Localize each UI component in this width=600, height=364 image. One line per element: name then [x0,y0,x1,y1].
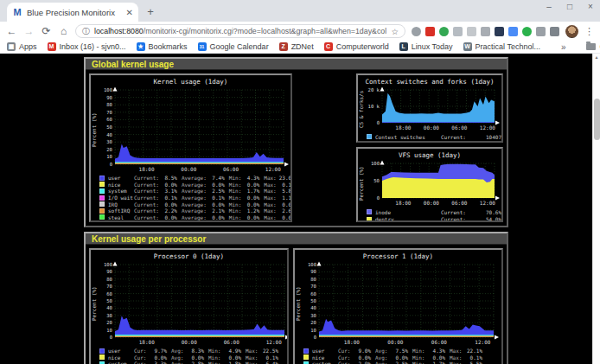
legend-color-swatch [99,182,105,187]
svg-text:70: 70 [106,110,112,115]
bookmark-computerworld[interactable]: CComputerworld [324,42,389,51]
svg-text:06:00: 06:00 [223,166,239,172]
status-dot-icon[interactable] [522,27,532,36]
legend-row: IRQCurrent:0.0%Average:0.0%Min:0.0%Max:0… [99,201,290,208]
graph-title: Processor 1 (1day) [295,250,501,261]
reload-icon[interactable]: ⟳ [41,25,52,37]
svg-text:12:00: 12:00 [480,125,495,131]
chat-icon[interactable] [508,27,518,36]
graph-legend: userCur:9.7%Avg:8.3%Min:4.9%Max:22.5%nic… [91,346,287,364]
y-axis-label: Percent (%) [295,261,303,346]
home-icon[interactable]: ⌂ [58,25,69,37]
svg-text:06:00: 06:00 [431,339,447,345]
close-button[interactable]: × [586,2,595,11]
cast-icon[interactable] [481,27,490,36]
bookmark-practical-technol-[interactable]: WPractical Technol... [463,42,540,51]
svg-text:100: 100 [104,262,112,267]
minimize-button[interactable]: – [545,2,553,11]
svg-text:70: 70 [310,284,316,289]
svg-text:50: 50 [106,125,112,130]
y-axis-label: CS & forks/s [358,86,366,131]
svg-text:40: 40 [310,305,316,310]
legend-color-swatch [303,348,309,354]
svg-text:00:00: 00:00 [181,166,196,172]
section-global-kernel-usage: Global kernel usage Kernel usage (1day)P… [84,57,508,227]
scroll-up-icon[interactable]: ▲ [593,54,600,61]
legend-row: userCur:9.7%Avg:8.3%Min:4.9%Max:22.5% [99,348,287,354]
svg-text:18:00: 18:00 [395,125,411,131]
bookmark-inbox-16-sjvn0-[interactable]: MInbox (16) - sjvn0... [48,42,126,51]
legend-row: ForksCurrent:4 [367,141,501,143]
bookmarks-bar: » Other bookmarks ▦AppsMInbox (16) - sjv… [0,41,600,54]
forward-icon[interactable]: → [23,25,35,37]
bookmark-google-calendar[interactable]: 31Google Calendar [198,42,269,51]
copy-pages-icon[interactable] [453,27,463,36]
bookmarks-overflow-chevron[interactable]: » [561,42,566,52]
plot-area: 05010018:0000:0006:0012:00 [366,160,501,207]
scrollbar-thumb[interactable] [594,99,600,140]
bookmark-bookmarks[interactable]: ★Bookmarks [137,42,188,51]
back-icon[interactable]: ← [6,25,17,37]
mail-checker-icon[interactable] [425,27,435,36]
profile-avatar[interactable] [565,25,578,38]
page-info-icon[interactable]: ⓘ [82,26,90,37]
graph-legend: inodeCurrent:70.6%dentryCurrent:54.0%fil… [358,207,501,222]
tab-close-icon[interactable]: ✕ [126,8,133,17]
svg-text:90: 90 [106,269,112,274]
tab-title: Blue Precision Monitorix [27,8,122,17]
dark-app-icon[interactable] [495,27,504,36]
y-axis-label: Percent (%) [358,160,366,207]
address-bar[interactable]: ⓘ localhost:8080/monitorix-cgi/monitorix… [75,24,405,38]
svg-text:30: 30 [310,313,316,318]
legend-row: niceCur:0.0%Avg:0.0%Min:0.0%Max:0.1% [99,354,287,361]
svg-text:90: 90 [106,95,112,100]
svg-text:12:00: 12:00 [266,339,282,345]
browser-window: M Blue Precision Monitorix ✕ + – □ × ← →… [0,0,600,364]
maximize-button[interactable]: □ [565,2,574,11]
other-bookmarks[interactable]: Other bookmarks [586,42,600,51]
search-icon[interactable] [412,27,421,36]
svg-text:60: 60 [106,291,112,297]
svg-text:100: 100 [308,262,316,267]
svg-text:12:00: 12:00 [480,200,495,206]
url-text[interactable]: localhost:8080/monitorix-cgi/monitorix.c… [94,27,386,35]
legend-color-swatch [367,134,372,139]
folder-icon [586,43,596,50]
svg-text:20: 20 [106,147,112,152]
chrome-menu-icon[interactable]: ⋮ [584,26,594,37]
legend-row: Context switchesCurrent:10407 [367,133,501,141]
svg-text:00:00: 00:00 [424,125,439,131]
bookmark-apps[interactable]: ▦Apps [7,42,37,51]
processor-0-graph[interactable]: Processor 0 (1day)Percent (%)01020304050… [89,248,289,364]
globe-badge-icon[interactable] [439,27,449,36]
vfs-usage-graph[interactable]: VFS usage (1day)Percent (%)05010018:0000… [356,147,503,222]
legend-row: systemCur:2.9%Avg:2.5%Min:1.7%Max:5.5% [303,361,501,364]
apps-grid-icon: ▦ [7,42,16,51]
bookmark-zdnet[interactable]: ZZDNet [279,42,314,51]
puzzle-icon[interactable] [536,27,546,36]
grey-extension-icon[interactable] [467,27,476,36]
svg-text:40: 40 [106,305,112,310]
svg-text:70: 70 [106,284,112,289]
tab-monitorix[interactable]: M Blue Precision Monitorix ✕ [7,3,138,22]
svg-text:18:00: 18:00 [395,200,411,206]
graph-legend: Context switchesCurrent:10407ForksCurren… [358,131,501,143]
svg-text:60: 60 [106,117,112,122]
svg-text:0: 0 [377,195,380,201]
new-tab-button[interactable]: + [142,3,159,21]
kernel-usage-graph[interactable]: Kernel usage (1day)Percent (%)0102030405… [89,73,292,222]
legend-color-swatch [99,214,105,220]
processor-1-graph[interactable]: Processor 1 (1day)Percent (%)01020304050… [293,248,503,364]
svg-text:20: 20 [106,320,112,325]
bookmark-linux-today[interactable]: LLinux Today [399,42,453,51]
window-controls: – □ × [545,2,595,11]
page-scrollbar[interactable]: ▲ [592,54,600,364]
svg-text:18:00: 18:00 [139,166,155,172]
context-switches-graph[interactable]: Context switches and forks (1day)CS & fo… [356,73,503,143]
legend-color-swatch [99,188,105,194]
svg-text:90: 90 [310,269,316,274]
bookmark-star-icon[interactable]: ☆ [391,27,399,36]
filter-list-icon[interactable] [550,27,559,36]
linux-today-icon: L [399,42,408,51]
gmail-icon: M [48,42,56,51]
